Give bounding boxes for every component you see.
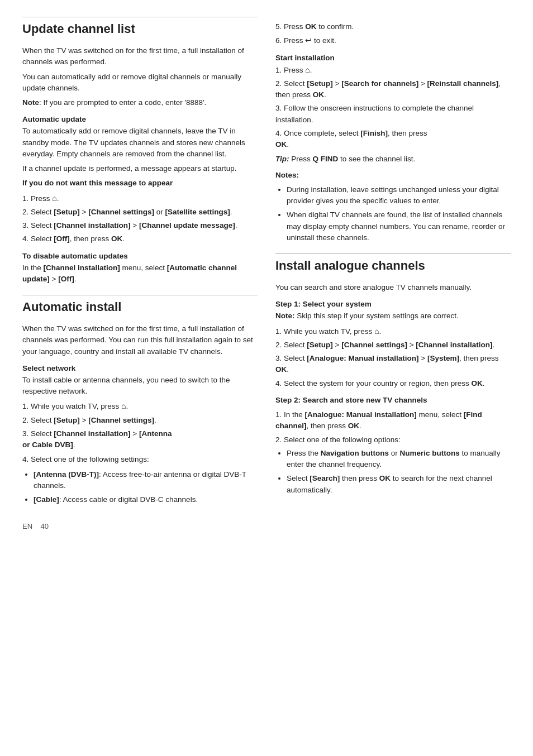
step1-steps: 1. While you watch TV, press . 2. Select… bbox=[275, 326, 511, 389]
left-column: Update channel list When the TV was swit… bbox=[22, 17, 258, 530]
footer-lang: EN bbox=[22, 522, 32, 530]
section1-para2: You can automatically add or remove digi… bbox=[22, 71, 258, 94]
auto-update-para1: To automatically add or remove digital c… bbox=[22, 126, 258, 160]
select-network-steps: 1. While you watch TV, press . 2. Select… bbox=[22, 400, 258, 451]
auto-update-heading: Automatic update bbox=[22, 115, 258, 123]
continuation-steps: 5. Press OK to confirm. 6. Press to exit… bbox=[275, 21, 511, 47]
settings-bullet-1: [Antenna (DVB-T)]: Access free-to-air an… bbox=[34, 469, 258, 492]
right-column: 5. Press OK to confirm. 6. Press to exit… bbox=[275, 17, 511, 530]
section-update-channel-list: Update channel list When the TV was swit… bbox=[22, 17, 258, 285]
home-icon-3 bbox=[305, 66, 310, 74]
section2-para1: When the TV was switched on for the firs… bbox=[22, 323, 258, 357]
select-settings-intro: 4. Select one of the following settings: bbox=[22, 454, 258, 465]
auto-update-para2: If a channel update is performed, a mess… bbox=[22, 163, 258, 174]
home-icon-4 bbox=[374, 327, 379, 336]
start-install-steps: 1. Press . 2. Select [Setup] > [Search f… bbox=[275, 64, 511, 151]
step2-heading: Step 2: Search and store new TV channels bbox=[275, 395, 511, 406]
disable-auto-para: In the [Channel installation] menu, sele… bbox=[22, 262, 258, 285]
back-icon bbox=[305, 36, 312, 45]
section1-para1: When the TV was switched on for the firs… bbox=[22, 45, 258, 68]
note-bullet-2: When digital TV channels are found, the … bbox=[287, 209, 511, 243]
footer-page: 40 bbox=[41, 522, 49, 530]
step1-note: Note: Skip this step if your system sett… bbox=[275, 310, 511, 322]
step2-steps: 1. In the [Analogue: Manual installation… bbox=[275, 409, 511, 446]
disable-auto-heading: To disable automatic updates bbox=[22, 252, 258, 260]
step1-heading: Step 1: Select your system bbox=[275, 300, 511, 308]
section-automatic-install: Automatic install When the TV was switch… bbox=[22, 295, 258, 505]
section3-title: Install analogue channels bbox=[275, 253, 511, 276]
notes-bullets: During installation, leave settings unch… bbox=[287, 184, 511, 243]
section-install-analogue: Install analogue channels You can search… bbox=[275, 253, 511, 496]
step2-bullets: Press the Navigation buttons or Numeric … bbox=[287, 448, 511, 496]
select-network-para: To install cable or antenna channels, yo… bbox=[22, 375, 258, 398]
settings-bullet-2: [Cable]: Access cable or digital DVB-C c… bbox=[34, 494, 258, 505]
select-network-heading: Select network bbox=[22, 364, 258, 372]
step2-bullet-2: Select [Search] then press OK to search … bbox=[287, 473, 511, 496]
note-bullet-1: During installation, leave settings unch… bbox=[287, 184, 511, 207]
section1-title: Update channel list bbox=[22, 17, 258, 40]
start-install-heading: Start installation bbox=[275, 54, 511, 62]
start-installation: Start installation 1. Press . 2. Select … bbox=[275, 54, 511, 244]
step2-bullet-1: Press the Navigation buttons or Numeric … bbox=[287, 448, 511, 471]
footer: EN 40 bbox=[22, 522, 258, 530]
settings-bullets: [Antenna (DVB-T)]: Access free-to-air an… bbox=[34, 469, 258, 506]
no-message-steps: 1. Press . 2. Select [Setup] > [Channel … bbox=[22, 193, 258, 245]
home-icon-1 bbox=[52, 194, 56, 203]
home-icon-2 bbox=[121, 402, 126, 410]
notes-heading: Notes: bbox=[275, 170, 511, 181]
section3-para1: You can search and store analogue TV cha… bbox=[275, 282, 511, 293]
section1-note: Note: If you are prompted to enter a cod… bbox=[22, 97, 258, 108]
no-message-heading: If you do not want this message to appea… bbox=[22, 178, 258, 189]
section2-title: Automatic install bbox=[22, 295, 258, 318]
tip-text: Tip: Press Q FIND to see the channel lis… bbox=[275, 154, 511, 165]
